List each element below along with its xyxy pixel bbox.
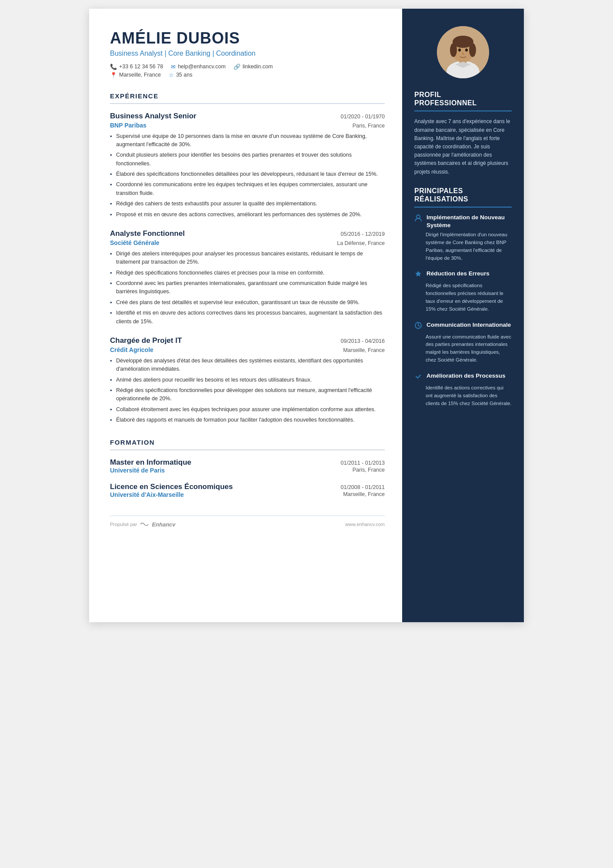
realisation-2-title: Réduction des Erreurs: [426, 270, 490, 278]
edu-2-title: Licence en Sciences Économiques: [110, 483, 233, 491]
contact-row-2: 📍 Marseille, France ☆ 35 ans: [110, 72, 385, 78]
edu-1-school: Université de Paris: [110, 467, 165, 474]
exp-1-bullet-5: Rédigé des cahiers de tests exhaustifs p…: [110, 200, 385, 208]
edu-2-school-row: Université d'Aix-Marseille Marseille, Fr…: [110, 491, 385, 498]
exp-3-title: Chargée de Projet IT: [110, 336, 182, 345]
exp-3-company-row: Crédit Agricole Marseille, France: [110, 346, 385, 353]
realisation-2-icon: [414, 270, 422, 280]
exp-3-dates: 09/2013 - 04/2016: [341, 338, 385, 344]
exp-2-bullets: Dirigé des ateliers interéquipes pour an…: [110, 250, 385, 326]
age-value: 35 ans: [176, 72, 193, 78]
svg-point-7: [458, 49, 461, 52]
location-icon: 📍: [110, 72, 117, 78]
exp-3-bullet-4: Collaboré étroitement avec les équipes t…: [110, 406, 385, 414]
realisation-3-icon: [414, 322, 422, 331]
exp-3-location: Marseille, France: [343, 347, 385, 353]
experience-section-title: EXPÉRIENCE: [110, 92, 385, 100]
exp-1-bullet-4: Coordonné les communications entre les é…: [110, 181, 385, 198]
age-icon: ☆: [169, 72, 174, 78]
realisation-1-icon: [414, 214, 422, 224]
location-value: Marseille, France: [119, 72, 161, 78]
exp-1-location: Paris, France: [353, 123, 385, 129]
powered-by-text: Propulsé par: [110, 522, 137, 527]
exp-1-bullet-1: Supervisé une équipe de 10 personnes dan…: [110, 132, 385, 149]
realisation-2-header: Réduction des Erreurs: [414, 270, 512, 280]
realisations-divider: [414, 207, 512, 208]
exp-2-location: La Défense, France: [337, 240, 385, 246]
realisation-4-header: Amélioration des Processus: [414, 372, 512, 382]
enhancv-logo-mark: [140, 521, 149, 527]
edu-2-header: Licence en Sciences Économiques 01/2008 …: [110, 483, 385, 491]
exp-2-bullet-5: Identifié et mis en œuvre des actions co…: [110, 309, 385, 326]
resume-header: AMÉLIE DUBOIS Business Analyst | Core Ba…: [110, 30, 385, 78]
left-column: AMÉLIE DUBOIS Business Analyst | Core Ba…: [89, 9, 402, 622]
footer-left: Propulsé par Enhancv: [110, 521, 176, 528]
realisations-title: PRINCIPALESRÉALISATIONS: [414, 187, 512, 203]
email-icon: ✉: [171, 64, 176, 70]
exp-1-header: Business Analyst Senior 01/2020 - 01/197…: [110, 112, 385, 121]
realisation-1-text: Dirigé l'implémentation d'un nouveau sys…: [414, 231, 512, 262]
exp-3-bullet-1: Développé des analyses d'état des lieux …: [110, 357, 385, 374]
contact-row-1: 📞 +33 6 12 34 56 78 ✉ help@enhancv.com 🔗…: [110, 64, 385, 70]
experience-item-2: Analyste Fonctionnel 05/2016 - 12/2019 S…: [110, 229, 385, 326]
realisation-item-3: Communication Internationale Assuré une …: [414, 321, 512, 364]
svg-point-10: [416, 215, 420, 218]
exp-1-company-row: BNP Paribas Paris, France: [110, 122, 385, 129]
realisation-4-title: Amélioration des Processus: [426, 372, 506, 380]
linkedin-icon: 🔗: [233, 64, 240, 70]
edu-1-header: Master en Informatique 01/2011 - 01/2013: [110, 458, 385, 467]
phone-value: +33 6 12 34 56 78: [119, 64, 163, 70]
realisation-3-title: Communication Internationale: [426, 321, 511, 329]
edu-2-dates: 01/2008 - 01/2011: [341, 484, 385, 490]
exp-2-company: Société Générale: [110, 239, 160, 246]
realisation-3-text: Assuré une communication fluide avec des…: [414, 333, 512, 364]
edu-1-dates: 01/2011 - 01/2013: [341, 460, 385, 466]
svg-point-5: [450, 43, 457, 57]
exp-2-company-row: Société Générale La Défense, France: [110, 239, 385, 246]
realisation-item-2: Réduction des Erreurs Rédigé des spécifi…: [414, 270, 512, 313]
exp-1-bullet-2: Conduit plusieurs ateliers pour identifi…: [110, 151, 385, 168]
experience-item-3: Chargée de Projet IT 09/2013 - 04/2016 C…: [110, 336, 385, 425]
exp-2-dates: 05/2016 - 12/2019: [341, 231, 385, 237]
candidate-name: AMÉLIE DUBOIS: [110, 30, 385, 47]
profil-text: Analyste avec 7 ans d'expérience dans le…: [414, 117, 512, 176]
exp-1-dates: 01/2020 - 01/1970: [341, 114, 385, 120]
profil-divider: [414, 111, 512, 111]
experience-divider: [110, 103, 385, 104]
realisation-item-1: Implémentation de Nouveau Système Dirigé…: [414, 214, 512, 262]
email-contact: ✉ help@enhancv.com: [171, 64, 226, 70]
linkedin-contact: 🔗 linkedin.com: [233, 64, 273, 70]
svg-point-8: [465, 49, 468, 52]
email-value: help@enhancv.com: [178, 64, 226, 70]
formation-section-title: FORMATION: [110, 439, 385, 446]
avatar: [437, 26, 489, 78]
exp-2-header: Analyste Fonctionnel 05/2016 - 12/2019: [110, 229, 385, 238]
education-item-1: Master en Informatique 01/2011 - 01/2013…: [110, 458, 385, 474]
edu-1-title: Master en Informatique: [110, 458, 191, 467]
phone-icon: 📞: [110, 64, 117, 70]
exp-2-bullet-2: Rédigé des spécifications fonctionnelles…: [110, 269, 385, 277]
realisation-4-text: Identifié des actions correctives qui on…: [414, 384, 512, 407]
edu-2-school: Université d'Aix-Marseille: [110, 491, 184, 498]
experience-section: EXPÉRIENCE Business Analyst Senior 01/20…: [110, 92, 385, 425]
realisations-section: PRINCIPALESRÉALISATIONS Implémentation d…: [414, 187, 512, 416]
location-contact: 📍 Marseille, France: [110, 72, 161, 78]
education-item-2: Licence en Sciences Économiques 01/2008 …: [110, 483, 385, 498]
exp-1-bullet-3: Élaboré des spécifications fonctionnelle…: [110, 170, 385, 178]
realisation-item-4: Amélioration des Processus Identifié des…: [414, 372, 512, 407]
exp-1-bullets: Supervisé une équipe de 10 personnes dan…: [110, 132, 385, 219]
realisation-3-header: Communication Internationale: [414, 321, 512, 331]
formation-section: FORMATION Master en Informatique 01/2011…: [110, 439, 385, 498]
realisation-1-header: Implémentation de Nouveau Système: [414, 214, 512, 229]
exp-1-bullet-6: Proposé et mis en œuvre des actions corr…: [110, 211, 385, 219]
edu-1-location: Paris, France: [353, 467, 385, 474]
exp-2-bullet-1: Dirigé des ateliers interéquipes pour an…: [110, 250, 385, 267]
age-contact: ☆ 35 ans: [169, 72, 193, 78]
exp-2-bullet-3: Coordonné avec les parties prenantes int…: [110, 279, 385, 296]
footer-website: www.enhancv.com: [345, 522, 385, 527]
avatar-image: [437, 26, 489, 78]
profil-title: PROFILPROFESSIONNEL: [414, 90, 512, 107]
linkedin-value: linkedin.com: [243, 64, 273, 70]
footer: Propulsé par Enhancv www.enhancv.com: [110, 516, 385, 528]
enhancv-brand: Enhancv: [152, 521, 175, 528]
